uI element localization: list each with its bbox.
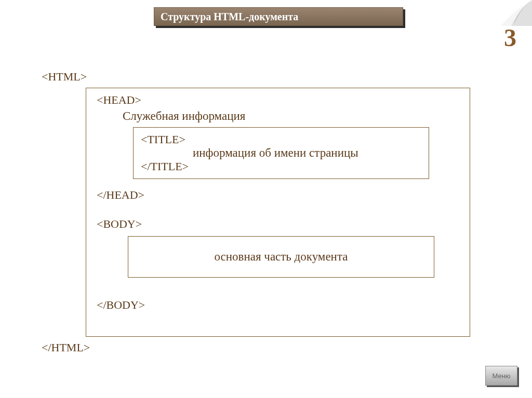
title-box: <TITLE> информация об имени страницы </T… (133, 127, 429, 179)
menu-button[interactable]: Меню (485, 366, 517, 387)
title-open-tag: <TITLE> (141, 133, 421, 146)
html-open-tag: <HTML> (42, 70, 494, 84)
page-number: 3 (504, 23, 516, 52)
title-bar: Структура HTML-документа (156, 9, 405, 28)
content-area: <HTML> <HEAD> Служебная информация <TITL… (42, 70, 494, 354)
title-content-text: информация об имени страницы (193, 146, 421, 160)
html-close-tag: </HTML> (42, 341, 494, 354)
menu-button-label: Меню (492, 372, 510, 380)
slide-title: Структура HTML-документа (161, 11, 298, 23)
body-open-tag: <BODY> (97, 217, 459, 231)
body-content-text: основная часть документа (215, 250, 348, 264)
head-close-tag: </HEAD> (97, 188, 459, 202)
head-open-tag: <HEAD> (97, 93, 459, 107)
title-bar-inner: Структура HTML-документа (154, 7, 403, 26)
title-close-tag: </TITLE> (141, 160, 421, 173)
body-close-tag: </BODY> (97, 298, 459, 312)
body-box: основная часть документа (128, 236, 434, 278)
page-curl-decoration (501, 0, 532, 26)
html-box: <HEAD> Служебная информация <TITLE> инфо… (86, 88, 470, 337)
head-description: Служебная информация (123, 109, 459, 123)
